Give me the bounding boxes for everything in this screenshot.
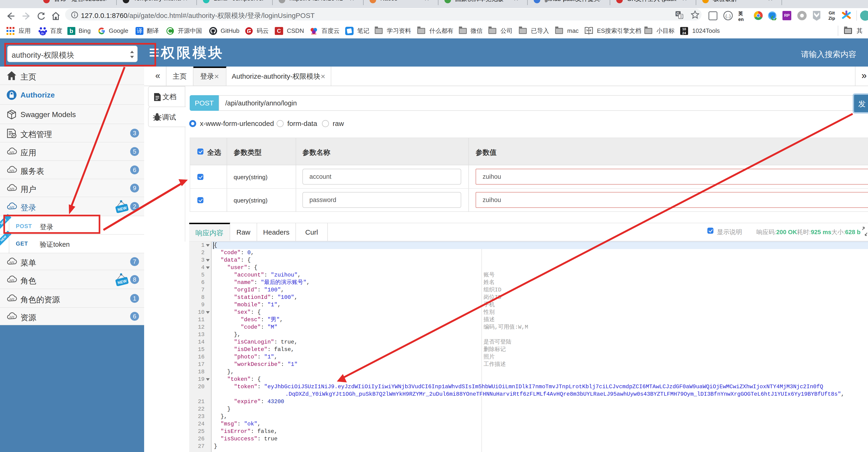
svg-text:du: du	[41, 32, 44, 35]
svg-text:API: API	[9, 187, 14, 191]
svg-text:API: API	[9, 205, 14, 209]
svg-text:API: API	[9, 169, 14, 172]
svg-text:API: API	[9, 261, 14, 264]
svg-text:API: API	[9, 315, 14, 319]
svg-text:文: 文	[680, 15, 683, 19]
svg-text:API: API	[9, 298, 14, 301]
svg-text:API: API	[9, 150, 14, 154]
svg-text:API: API	[9, 279, 14, 282]
